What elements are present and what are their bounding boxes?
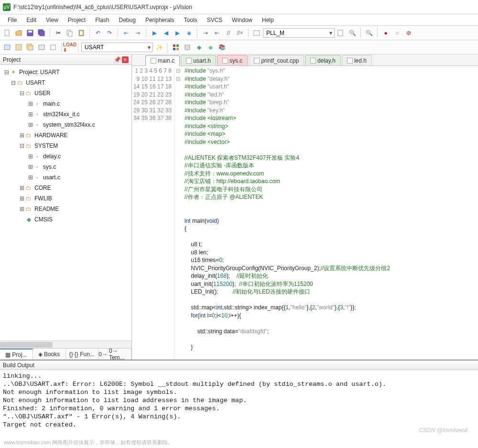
undo-icon[interactable]: ↶ xyxy=(93,28,103,38)
save-all-icon[interactable] xyxy=(36,28,47,38)
menu-view[interactable]: View xyxy=(41,16,63,24)
menu-flash[interactable]: Flash xyxy=(90,16,114,24)
menu-edit[interactable]: Edit xyxy=(22,16,41,24)
tree-item[interactable]: ⊞▫main.c xyxy=(0,98,131,109)
file-tab[interactable]: usart.h xyxy=(181,55,216,66)
tree-item[interactable]: ⊞🗀HARDWARE xyxy=(0,130,131,141)
horizontal-scrollbar[interactable] xyxy=(0,340,131,348)
menu-peripherals[interactable]: Peripherals xyxy=(141,16,179,24)
uncomment-icon[interactable]: //× xyxy=(235,28,245,38)
bookmark-next-icon[interactable]: ▶ xyxy=(172,28,183,38)
file-tab[interactable]: main.c xyxy=(145,55,180,66)
tree-item[interactable]: ⊟🗀USER xyxy=(0,88,131,98)
translate-icon[interactable] xyxy=(2,42,12,53)
bottom-tab-1[interactable]: ◈Books xyxy=(33,349,66,360)
open-file-icon[interactable] xyxy=(13,28,24,38)
tree-item[interactable]: ⊞🗀CORE xyxy=(0,183,131,193)
pin-icon[interactable]: 📌 xyxy=(114,56,121,63)
code-content[interactable]: #include "sys.h"#include "delay.h"#inclu… xyxy=(182,66,478,360)
svg-rect-21 xyxy=(185,45,190,50)
menu-window[interactable]: Window xyxy=(227,16,257,24)
file-tab[interactable]: delay.h xyxy=(305,55,341,66)
rte-icon[interactable]: ◈ xyxy=(205,42,216,53)
tree-item[interactable]: ⊞🗀FWLIB xyxy=(0,193,131,204)
find-icon[interactable] xyxy=(251,28,262,38)
comment-icon[interactable]: // xyxy=(223,28,234,38)
bookmark-prev-icon[interactable]: ◀ xyxy=(161,28,171,38)
paste-icon[interactable] xyxy=(76,28,87,38)
disable-bp-icon[interactable]: ○ xyxy=(392,28,402,38)
find-combo[interactable]: PLL_M▾ xyxy=(263,28,335,38)
tree-item[interactable]: ⊞▫system_stm32f4xx.c xyxy=(0,120,131,130)
batch-build-icon[interactable] xyxy=(36,42,47,53)
tree-item[interactable]: ⊟🗀SYSTEM xyxy=(0,141,131,151)
stop-build-icon[interactable] xyxy=(48,42,58,53)
tree-item[interactable]: ⊟🗀USART xyxy=(0,77,131,88)
copy-icon[interactable] xyxy=(65,28,75,38)
books-icon[interactable]: 📚 xyxy=(217,42,227,53)
menu-svcs[interactable]: SVCS xyxy=(202,16,228,24)
scrollbar-thumb[interactable] xyxy=(0,342,53,348)
tree-item[interactable]: ⊞🗀README xyxy=(0,204,131,214)
expand-icon[interactable]: ⊞ xyxy=(19,195,25,202)
bookmark-clear-icon[interactable]: ◈ xyxy=(184,28,194,38)
rebuild-icon[interactable] xyxy=(25,42,35,53)
nav-fwd-icon[interactable]: ⇥ xyxy=(132,28,143,38)
new-file-icon[interactable] xyxy=(2,28,12,38)
menu-debug[interactable]: Debug xyxy=(114,16,141,24)
menu-file[interactable]: File xyxy=(3,16,22,24)
collapse-icon[interactable]: ⊟ xyxy=(4,69,10,76)
breakpoint-icon[interactable]: ● xyxy=(380,28,391,38)
outdent-icon[interactable]: ⇤ xyxy=(212,28,222,38)
find-in-files-icon[interactable] xyxy=(336,28,346,38)
redo-icon[interactable]: ↷ xyxy=(104,28,115,38)
menu-help[interactable]: Help xyxy=(257,16,279,24)
debug-icon[interactable]: 🔍 xyxy=(364,28,374,38)
target-combo[interactable]: USART▾ xyxy=(81,43,153,52)
bookmark-icon[interactable]: ▶ xyxy=(149,28,160,38)
expand-icon[interactable]: ⊞ xyxy=(28,100,33,107)
options-icon[interactable]: ✨ xyxy=(154,42,164,53)
menu-tools[interactable]: Tools xyxy=(179,16,202,24)
expand-icon[interactable]: ⊞ xyxy=(28,153,33,160)
manage-project-icon[interactable] xyxy=(171,42,181,53)
menu-project[interactable]: Project xyxy=(63,16,90,24)
collapse-icon[interactable]: ⊟ xyxy=(19,90,25,97)
tree-item[interactable]: ⊞▫sys.c xyxy=(0,162,131,172)
nav-back-icon[interactable]: ⇤ xyxy=(121,28,131,38)
build-icon[interactable] xyxy=(13,42,24,53)
tree-item[interactable]: ⊞▫usart.c xyxy=(0,172,131,183)
select-packs-icon[interactable] xyxy=(182,42,193,53)
file-tab[interactable]: led.h xyxy=(342,55,372,66)
expand-icon[interactable]: ⊞ xyxy=(28,111,33,118)
expand-icon[interactable]: ⊞ xyxy=(28,164,33,170)
close-icon[interactable]: ✕ xyxy=(122,56,129,63)
code-editor[interactable]: 1 2 3 4 5 6 7 8 9 10 11 12 13 14 15 16 1… xyxy=(132,66,478,360)
build-output-text[interactable]: linking... ..\OBJ\USART.axf: Error: L620… xyxy=(0,370,478,448)
cut-icon[interactable]: ✂ xyxy=(53,28,64,38)
bottom-tab-2[interactable]: {}{} Fun... xyxy=(66,349,99,360)
collapse-icon[interactable]: ⊟ xyxy=(19,142,25,149)
file-tab[interactable]: sys.c xyxy=(217,55,248,66)
pack-installer-icon[interactable]: ◆ xyxy=(194,42,204,53)
project-root[interactable]: ⊟ ✦ Project: USART xyxy=(0,67,131,77)
kill-bp-icon[interactable]: ⊘ xyxy=(403,28,414,38)
download-icon[interactable]: LOAD⬇ xyxy=(65,42,75,53)
collapse-icon[interactable]: ⊟ xyxy=(11,79,16,86)
tree-item[interactable]: ⊞▫delay.c xyxy=(0,151,131,162)
expand-icon[interactable]: ⊞ xyxy=(19,185,25,191)
file-tab[interactable]: printf_cout.cpp xyxy=(249,55,304,66)
expand-icon[interactable]: ⊞ xyxy=(19,206,25,212)
save-icon[interactable] xyxy=(25,28,35,38)
bottom-tab-3[interactable]: 0→0→ Tem... xyxy=(98,349,131,360)
indent-icon[interactable]: ⇥ xyxy=(200,28,211,38)
tree-item[interactable]: ◆CMSIS xyxy=(0,214,131,225)
fold-column[interactable]: ⊟ ⊟ xyxy=(175,66,182,360)
expand-icon[interactable]: ⊞ xyxy=(28,121,33,128)
incremental-find-icon[interactable]: 🔍 xyxy=(347,28,358,38)
project-tree[interactable]: ⊟ ✦ Project: USART ⊟🗀USART⊟🗀USER⊞▫main.c… xyxy=(0,65,131,340)
tree-item[interactable]: ⊞▫stm32f4xx_it.c xyxy=(0,109,131,120)
bottom-tab-0[interactable]: ▦Proj... xyxy=(0,349,33,360)
expand-icon[interactable]: ⊞ xyxy=(28,174,33,181)
expand-icon[interactable]: ⊞ xyxy=(19,132,25,139)
